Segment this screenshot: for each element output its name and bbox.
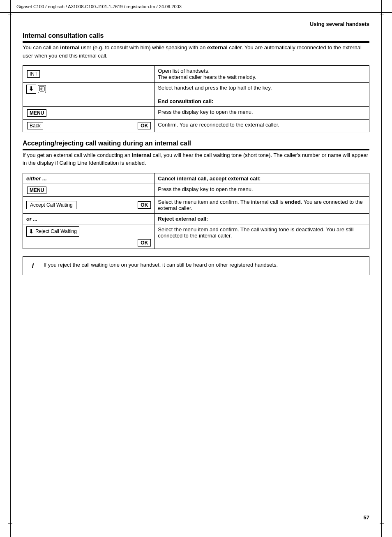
table-row: INT Open list of handsets.The external c…: [23, 66, 369, 83]
right-cell: Select handset and press the top half of…: [154, 83, 369, 96]
note-text: If you reject the call waiting tone on y…: [44, 261, 363, 271]
table-row: Accept Call Waiting OK Select the menu i…: [23, 196, 369, 213]
arrow-down-icon: ⬇: [26, 85, 36, 94]
main-content: Using several handsets Internal consulta…: [0, 13, 392, 292]
ok-key3: OK: [138, 239, 151, 247]
page-number: 57: [364, 514, 369, 521]
corner-tl: —: [8, 12, 12, 16]
table-row: MENU Press the display key to open the m…: [23, 106, 369, 119]
vline-right: [381, 0, 382, 537]
section1-rule: [23, 41, 369, 43]
corner-tr: —: [380, 12, 384, 16]
right-cell: Select the menu item and confirm. The ca…: [154, 224, 369, 249]
col2-header: Cancel internal call, accept external ca…: [154, 173, 369, 184]
section2: Accepting/rejecting call waiting during …: [23, 140, 369, 249]
left-cell: MENU: [23, 184, 154, 196]
corner-br: —: [380, 521, 384, 525]
table-row: MENU Press the display key to open the m…: [23, 184, 369, 196]
section2-rule: [23, 149, 369, 150]
corner-bl: —: [8, 521, 12, 525]
section2-title: Accepting/rejecting call waiting during …: [23, 140, 369, 147]
table-row: ⬇ Reject Call Waiting OK Select the menu…: [23, 224, 369, 249]
right-cell: Press the display key to open the menu.: [154, 106, 369, 119]
back-key: Back: [27, 122, 43, 129]
left-cell: ⬇ ✆: [23, 83, 154, 96]
menu-key2: MENU: [27, 187, 46, 194]
right-cell: Select the menu item and confirm. The in…: [154, 196, 369, 213]
left-cell: MENU: [23, 106, 154, 119]
table-row: ⬇ ✆ Select handset and press the to: [23, 83, 369, 96]
page-container: — — — — Gigaset C100 / englisch / A31008…: [0, 0, 392, 537]
col1-header: either ...: [23, 173, 154, 184]
section1-title: Internal consultation calls: [23, 32, 369, 39]
right-cell: Confirm. You are reconnected to the exte…: [154, 119, 369, 132]
left-cell: INT: [23, 66, 154, 83]
right-cell: End consultation call:: [154, 96, 369, 106]
reject-header: Reject external call:: [154, 213, 369, 224]
table-row: Back OK Confirm. You are reconnected to …: [23, 119, 369, 132]
section-tag: Using several handsets: [23, 21, 369, 27]
section1-table: INT Open list of handsets.The external c…: [23, 65, 369, 132]
svg-text:✆: ✆: [40, 87, 44, 91]
note-box: i If you reject the call waiting tone on…: [23, 256, 369, 275]
left-cell: Back OK: [23, 119, 154, 132]
section1: Internal consultation calls You can call…: [23, 32, 369, 132]
phone-icon: ✆: [38, 85, 46, 93]
section2-table: either ... Cancel internal call, accept …: [23, 173, 369, 249]
arrow-down-icon2: ⬇: [29, 228, 34, 236]
note-icon: i: [29, 261, 37, 271]
int-key: INT: [27, 70, 40, 78]
reject-cw-label: Reject Call Waiting: [35, 228, 77, 234]
menu-key: MENU: [27, 109, 46, 117]
left-cell: [23, 96, 154, 106]
right-cell: Press the display key to open the menu.: [154, 184, 369, 196]
right-cell: Open list of handsets.The external calle…: [154, 66, 369, 83]
left-cell: Accept Call Waiting OK: [23, 196, 154, 213]
vline-left: [10, 0, 11, 537]
table-row: or ... Reject external call:: [23, 213, 369, 224]
ok-key: OK: [138, 122, 151, 129]
table-row: End consultation call:: [23, 96, 369, 106]
table-header-row: either ... Cancel internal call, accept …: [23, 173, 369, 184]
section2-intro: If you get an external call while conduc…: [23, 151, 369, 167]
ok-key2: OK: [138, 201, 151, 209]
left-cell: ⬇ Reject Call Waiting OK: [23, 224, 154, 249]
header-text: Gigaset C100 / englisch / A31008-C100-J1…: [16, 4, 182, 9]
page-header: Gigaset C100 / englisch / A31008-C100-J1…: [0, 0, 392, 13]
section1-intro: You can call an internal user (e.g. to c…: [23, 44, 369, 60]
left-cell-or: or ...: [23, 213, 154, 224]
accept-cw-label: Accept Call Waiting: [26, 201, 76, 209]
